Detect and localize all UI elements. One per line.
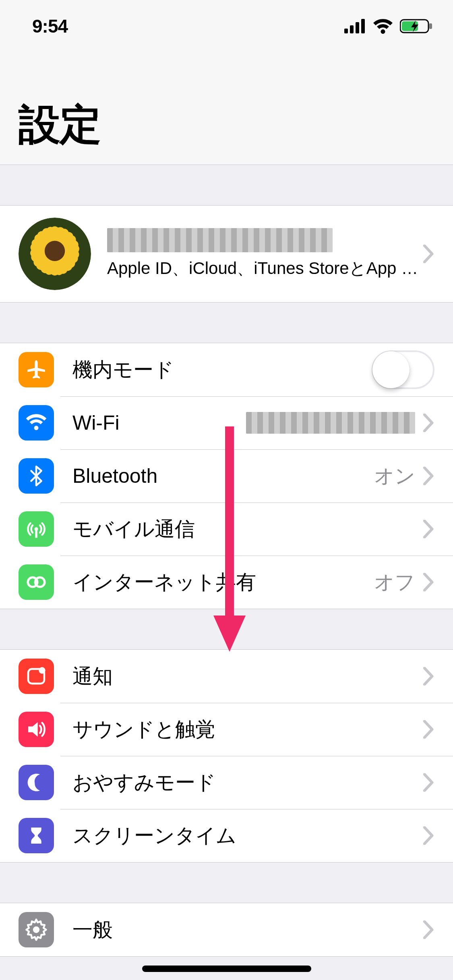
chevron-right-icon [423,667,434,686]
status-bar: 9:54 [0,0,453,52]
chevron-right-icon [423,773,434,792]
notifications-icon [19,659,54,694]
notifications-cell[interactable]: 通知 [0,650,453,703]
bluetooth-icon [19,458,54,494]
apple-id-cell[interactable]: Apple ID、iCloud、iTunes StoreとApp S... [0,206,453,302]
wifi-label: Wi-Fi [72,411,246,434]
svg-rect-2 [356,22,359,33]
cellular-icon [19,511,54,547]
general-cell[interactable]: 一般 [0,903,453,956]
profile-group: Apple ID、iCloud、iTunes StoreとApp S... [0,205,453,303]
home-indicator[interactable] [142,966,311,972]
avatar [19,218,91,290]
airplane-toggle[interactable] [372,350,434,389]
cellular-signal-icon [344,19,366,33]
svg-point-27 [39,667,45,673]
gear-icon [19,912,54,947]
notifications-label: 通知 [72,663,423,690]
dnd-label: おやすみモード [72,769,423,796]
hotspot-icon [19,564,54,600]
svg-rect-0 [344,29,348,33]
profile-name-redacted [107,228,333,252]
sounds-label: サウンドと触覚 [72,716,423,743]
bluetooth-cell[interactable]: Bluetooth オン [0,449,453,502]
airplane-icon [19,352,54,387]
moon-icon [19,765,54,800]
page-title: 設定 [19,97,101,153]
screentime-label: スクリーンタイム [72,822,423,849]
sounds-cell[interactable]: サウンドと触覚 [0,703,453,756]
chevron-right-icon [423,720,434,739]
chevron-right-icon [423,245,434,263]
screentime-cell[interactable]: スクリーンタイム [0,809,453,862]
wifi-cell[interactable]: Wi-Fi [0,396,453,449]
hourglass-icon [19,818,54,853]
airplane-mode-cell[interactable]: 機内モード [0,343,453,396]
connectivity-group: 機内モード Wi-Fi Bluetooth オン [0,343,453,609]
wifi-settings-icon [19,405,54,441]
chevron-right-icon [423,826,434,845]
hotspot-label: インターネット共有 [72,569,374,596]
chevron-right-icon [423,573,434,591]
status-right [344,19,433,34]
hotspot-cell[interactable]: インターネット共有 オフ [0,556,453,609]
cellular-label: モバイル通信 [72,516,423,543]
general-group: 一般 [0,903,453,957]
chevron-right-icon [423,520,434,538]
airplane-label: 機内モード [72,356,372,383]
svg-rect-5 [429,23,432,29]
svg-point-28 [33,926,39,933]
wifi-icon [372,19,393,34]
sounds-icon [19,712,54,747]
svg-point-21 [45,241,65,261]
svg-rect-3 [361,19,365,33]
chevron-right-icon [423,467,434,485]
hotspot-value: オフ [374,569,415,596]
bluetooth-label: Bluetooth [72,464,374,488]
wifi-value-redacted [246,412,415,434]
battery-charging-icon [400,19,433,34]
chevron-right-icon [423,920,434,939]
svg-rect-23 [35,530,37,538]
profile-subtitle: Apple ID、iCloud、iTunes StoreとApp S... [107,257,423,280]
svg-rect-1 [350,25,354,33]
cellular-cell[interactable]: モバイル通信 [0,502,453,556]
general-label: 一般 [72,916,423,943]
dnd-cell[interactable]: おやすみモード [0,756,453,809]
page-header: 設定 [0,52,453,165]
chevron-right-icon [423,414,434,432]
bluetooth-value: オン [374,463,415,490]
status-time: 9:54 [32,15,68,37]
notifications-group: 通知 サウンドと触覚 おやすみモード [0,649,453,863]
